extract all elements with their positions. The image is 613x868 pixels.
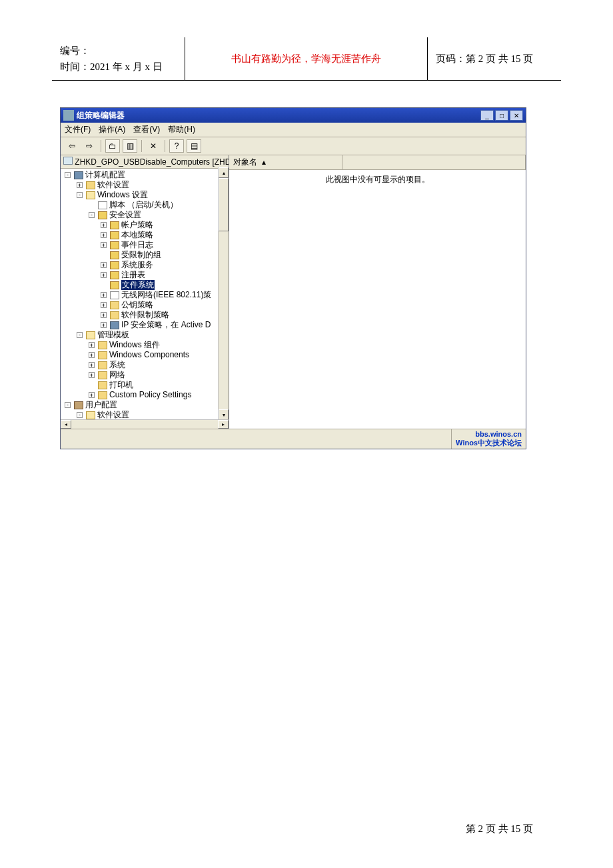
window-title: 组策略编辑器 — [77, 110, 480, 121]
back-button[interactable]: ⇦ — [65, 139, 79, 153]
folder-icon — [110, 301, 119, 309]
scroll-down-icon[interactable]: ▾ — [219, 409, 229, 420]
tree-file-system[interactable]: 文件系统 — [99, 280, 229, 290]
user-icon — [74, 401, 83, 409]
minimize-button[interactable]: _ — [480, 110, 494, 121]
tree-account-policies[interactable]: +帐户策略 — [99, 220, 229, 230]
menu-action[interactable]: 操作(A) — [99, 124, 125, 135]
tree-ip-security[interactable]: +IP 安全策略，在 Active D — [99, 320, 229, 330]
tree-win-components-cn[interactable]: +Windows 组件 — [87, 340, 229, 350]
folder-icon — [86, 181, 95, 189]
toolbar: ⇦ ⇨ 🗀 ▥ ✕ ? ▤ — [61, 137, 526, 155]
app-icon — [63, 110, 74, 121]
delete-button[interactable]: ✕ — [146, 139, 161, 153]
close-button[interactable]: ✕ — [510, 110, 523, 121]
tree-restricted-groups[interactable]: 受限制的组 — [99, 250, 229, 260]
tree-security-settings[interactable]: -安全设置 — [87, 210, 229, 220]
doc-time: 时间：2021 年 x 月 x 日 — [60, 59, 177, 75]
policy-icon — [110, 221, 119, 229]
list-column-name[interactable]: 对象名 ▴ — [229, 155, 342, 169]
tree-public-key[interactable]: +公钥策略 — [99, 300, 229, 310]
folder-open-icon — [86, 411, 95, 419]
menu-help[interactable]: 帮助(H) — [168, 124, 195, 135]
tree-vscrollbar[interactable]: ▴ ▾ — [218, 167, 229, 420]
folder-icon — [98, 341, 107, 349]
folder-open-icon — [86, 331, 95, 339]
policy-icon — [110, 231, 119, 239]
tree-software-settings-2[interactable]: -软件设置 — [75, 410, 229, 420]
tree-windows-settings[interactable]: -Windows 设置 — [75, 190, 229, 200]
list-empty-message: 此视图中没有可显示的项目。 — [229, 170, 526, 189]
scroll-right-icon[interactable]: ▸ — [218, 420, 229, 429]
wireless-icon — [110, 291, 119, 299]
list-header: 对象名 ▴ — [229, 155, 526, 170]
properties-button[interactable]: ▥ — [123, 139, 137, 153]
maximize-button[interactable]: □ — [495, 110, 508, 121]
document-header: 编号： 时间：2021 年 x 月 x 日 书山有路勤为径，学海无涯苦作舟 页码… — [52, 37, 561, 81]
header-motto: 书山有路勤为径，学海无涯苦作舟 — [185, 37, 428, 80]
tree-hscrollbar[interactable]: ◂ ▸ — [61, 419, 229, 429]
header-page: 页码：第 2 页 共 15 页 — [428, 37, 561, 80]
status-text: bbs.winos.cn Winos中文技术论坛 — [451, 429, 526, 449]
help-button[interactable]: ? — [169, 139, 184, 153]
tree-local-policies[interactable]: +本地策略 — [99, 230, 229, 240]
tree-scripts[interactable]: 脚本 （启动/关机） — [87, 200, 229, 210]
forward-button[interactable]: ⇨ — [82, 139, 97, 153]
computer-icon — [74, 171, 83, 179]
tree-software-restriction[interactable]: +软件限制策略 — [99, 310, 229, 320]
body-area: ZHKD_GPO_USBDisable_Computers [ZHDC0 -计算… — [61, 155, 526, 429]
folder-icon — [98, 391, 107, 399]
tree-printers[interactable]: 打印机 — [87, 380, 229, 390]
up-button[interactable]: 🗀 — [105, 139, 120, 153]
scroll-thumb[interactable] — [219, 178, 229, 231]
tree-custom-policy[interactable]: +Custom Policy Settings — [87, 390, 229, 400]
header-left: 编号： 时间：2021 年 x 月 x 日 — [52, 37, 185, 80]
tree-admin-templates[interactable]: -管理模板 — [75, 330, 229, 340]
page-footer: 第 2 页 共 15 页 — [0, 449, 613, 862]
tree-software-settings[interactable]: +软件设置 — [75, 180, 229, 190]
sort-asc-icon: ▴ — [262, 157, 266, 167]
tree-win-components-en[interactable]: +Windows Components — [87, 350, 229, 360]
list-column-blank[interactable] — [342, 155, 526, 169]
tree-network[interactable]: +网络 — [87, 370, 229, 380]
folder-icon — [98, 351, 107, 359]
list-panel: 对象名 ▴ 此视图中没有可显示的项目。 — [229, 155, 526, 429]
titlebar[interactable]: 组策略编辑器 _ □ ✕ — [61, 108, 526, 123]
toolbar-separator — [141, 140, 142, 152]
list-button[interactable]: ▤ — [187, 139, 201, 153]
tree-root-label[interactable]: ZHKD_GPO_USBDisable_Computers [ZHDC0 — [75, 157, 229, 167]
menu-file[interactable]: 文件(F) — [65, 124, 91, 135]
tree-system[interactable]: +系统 — [87, 360, 229, 370]
menubar: 文件(F) 操作(A) 查看(V) 帮助(H) — [61, 123, 526, 137]
tree-user-config[interactable]: -用户配置 — [63, 400, 229, 410]
tree: -计算机配置 +软件设置 -Windows 设置 脚本 （启动/关机） -安全设… — [61, 169, 229, 429]
log-icon — [110, 241, 119, 249]
folder-icon — [98, 361, 107, 369]
root-icon — [63, 157, 73, 165]
tree-panel: ZHKD_GPO_USBDisable_Computers [ZHDC0 -计算… — [61, 155, 229, 429]
registry-icon — [110, 271, 119, 279]
tree-header: ZHKD_GPO_USBDisable_Computers [ZHDC0 — [61, 155, 229, 169]
tree-registry[interactable]: +注册表 — [99, 270, 229, 280]
script-icon — [98, 201, 107, 209]
folder-icon — [98, 371, 107, 379]
folder-open-icon — [86, 191, 95, 199]
screenshot-container: 组策略编辑器 _ □ ✕ 文件(F) 操作(A) 查看(V) 帮助(H) ⇦ ⇨… — [0, 81, 613, 449]
tree-wireless[interactable]: +无线网络(IEEE 802.11)策 — [99, 290, 229, 300]
scroll-track[interactable] — [71, 420, 218, 429]
statusbar: bbs.winos.cn Winos中文技术论坛 — [61, 429, 526, 449]
ipsec-icon — [110, 321, 119, 329]
scroll-up-icon[interactable]: ▴ — [219, 167, 229, 178]
doc-number: 编号： — [60, 43, 177, 59]
scroll-left-icon[interactable]: ◂ — [61, 420, 71, 429]
menu-view[interactable]: 查看(V) — [133, 124, 160, 135]
tree-event-log[interactable]: +事件日志 — [99, 240, 229, 250]
folder-icon — [110, 311, 119, 319]
filesystem-icon — [110, 281, 119, 289]
tree-computer-config[interactable]: -计算机配置 — [63, 170, 229, 180]
tree-system-services[interactable]: +系统服务 — [99, 260, 229, 270]
folder-icon — [98, 381, 107, 389]
service-icon — [110, 261, 119, 269]
group-icon — [110, 251, 119, 259]
window-controls: _ □ ✕ — [480, 110, 523, 121]
